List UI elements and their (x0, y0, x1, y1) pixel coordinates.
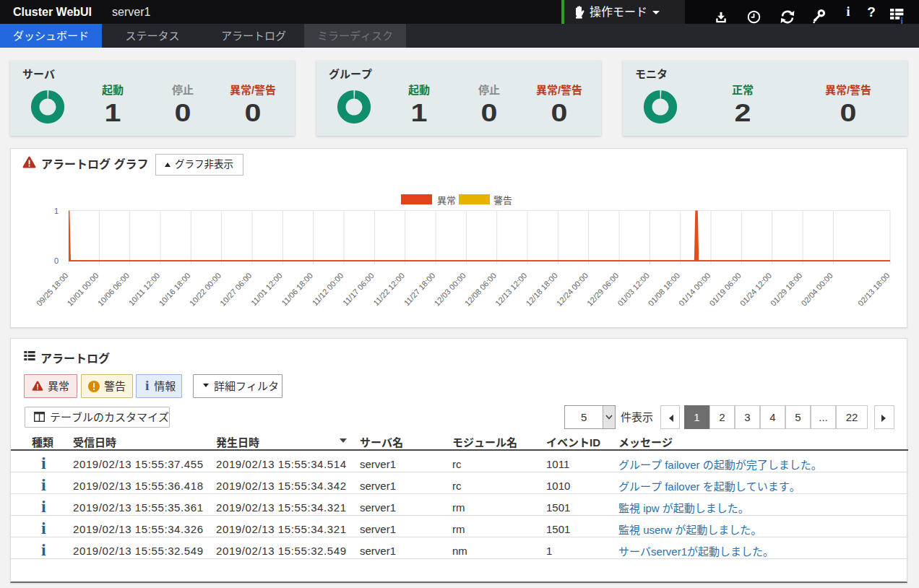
svg-text:12/03 00:00: 12/03 00:00 (432, 271, 467, 308)
svg-text:01/24 12:00: 01/24 12:00 (738, 271, 773, 308)
svg-text:01/29 18:00: 01/29 18:00 (769, 271, 803, 308)
svg-text:10/06 06:00: 10/06 06:00 (96, 271, 131, 308)
svg-text:01/14 00:00: 01/14 00:00 (677, 271, 712, 308)
svg-text:11/22 12:00: 11/22 12:00 (371, 271, 406, 307)
svg-text:0: 0 (54, 256, 59, 265)
svg-text:12/29 06:00: 12/29 06:00 (585, 271, 620, 308)
svg-text:10/22 00:00: 10/22 00:00 (188, 271, 223, 308)
svg-text:11/17 06:00: 11/17 06:00 (341, 271, 376, 307)
svg-text:01/19 06:00: 01/19 06:00 (707, 271, 742, 308)
svg-text:02/13 18:00: 02/13 18:00 (856, 271, 891, 308)
svg-text:異常: 異常 (437, 195, 456, 206)
svg-text:01/03 12:00: 01/03 12:00 (616, 271, 650, 308)
svg-text:09/25 18:00: 09/25 18:00 (35, 271, 69, 308)
svg-text:11/12 00:00: 11/12 00:00 (311, 271, 345, 307)
svg-text:12/24 00:00: 12/24 00:00 (555, 271, 590, 308)
svg-text:02/04 00:00: 02/04 00:00 (799, 271, 834, 308)
svg-text:11/06 18:00: 11/06 18:00 (280, 271, 314, 307)
svg-text:10/16 18:00: 10/16 18:00 (157, 271, 191, 308)
svg-text:12/08 06:00: 12/08 06:00 (463, 271, 498, 308)
svg-text:警告: 警告 (493, 195, 512, 206)
svg-text:12/13 12:00: 12/13 12:00 (493, 271, 528, 308)
svg-text:10/27 06:00: 10/27 06:00 (218, 271, 253, 308)
svg-text:11/01 12:00: 11/01 12:00 (249, 271, 284, 307)
svg-text:12/18 18:00: 12/18 18:00 (524, 271, 558, 308)
svg-text:1: 1 (54, 207, 59, 215)
svg-text:10/01 00:00: 10/01 00:00 (65, 271, 100, 308)
svg-text:01/08 18:00: 01/08 18:00 (647, 271, 681, 308)
